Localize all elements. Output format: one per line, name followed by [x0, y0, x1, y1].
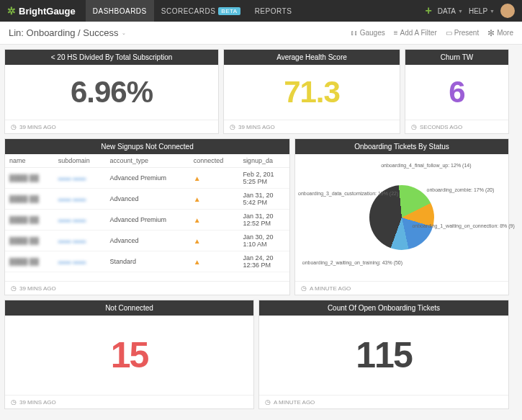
col-header[interactable]: name	[5, 154, 54, 168]
table-row[interactable]: ████ ██▬▬ ▬▬Advanced▲Jan 31, 205:42 PM	[5, 189, 289, 210]
metric-value: 6.96%	[71, 75, 153, 110]
pie-label: onboarding_zombie: 17% (20)	[427, 187, 495, 192]
signups-table: namesubdomainaccount_typeconnectedsignup…	[5, 154, 289, 272]
brand-logo[interactable]: ✲ BrightGauge	[7, 5, 76, 17]
clock-icon: ◷	[11, 285, 17, 292]
timestamp: 39 MINS AGO	[19, 399, 56, 406]
timestamp: A MINUTE AGO	[310, 285, 351, 292]
pie-label: onboarding_1_waiting_on_connection: 8% (…	[412, 223, 514, 228]
col-header[interactable]: account_type	[106, 154, 189, 168]
pie-label: onboarding_2_waiting_on_training: 43% (5…	[302, 260, 402, 265]
metric-value: 115	[356, 334, 411, 376]
gauges-link[interactable]: ⫾⫾Gauges	[351, 29, 385, 37]
metric-value: 71.3	[284, 75, 340, 110]
present-icon: ▭	[446, 29, 452, 37]
clock-icon: ◷	[265, 398, 271, 406]
beta-badge: BETA	[218, 7, 240, 15]
card-title: < 20 HS Divided By Total Subscription	[5, 50, 218, 65]
nav-right: + DATA▼ HELP▼	[425, 4, 515, 18]
more-link[interactable]: ✻More	[487, 28, 513, 38]
metric-value: 6	[449, 75, 464, 110]
pie-label: onboarding_4_final_follow_up: 12% (14)	[381, 163, 471, 168]
brand-icon: ✲	[7, 5, 16, 17]
gear-icon: ✻	[487, 28, 495, 38]
card-not-connected: Not Connected 15 ◷39 MINS AGO	[4, 300, 254, 409]
timestamp: SECONDS AGO	[420, 124, 462, 130]
card-hs-ratio: < 20 HS Divided By Total Subscription 6.…	[4, 49, 219, 134]
add-filter-link[interactable]: ≡Add A Filter	[394, 29, 437, 37]
sub-bar: Lin: Onboarding / Success ⌄ ⫾⫾Gauges ≡Ad…	[0, 22, 522, 45]
card-title: Churn TW	[405, 50, 508, 65]
col-header[interactable]: connected	[189, 154, 239, 168]
warning-icon: ▲	[194, 195, 201, 203]
timestamp: 39 MINS AGO	[238, 124, 275, 130]
clock-icon: ◷	[230, 123, 235, 130]
help-menu[interactable]: HELP▼	[469, 7, 495, 15]
warning-icon: ▲	[194, 174, 201, 182]
table-row[interactable]: ████ ██▬▬ ▬▬Advanced Premium▲Jan 31, 201…	[5, 210, 289, 231]
table-row[interactable]: ████ ██▬▬ ▬▬Advanced▲Jan 30, 201:10 AM	[5, 231, 289, 251]
data-menu[interactable]: DATA▼	[438, 7, 463, 15]
breadcrumb[interactable]: Lin: Onboarding / Success ⌄	[9, 27, 126, 38]
card-title: Count Of Open Onboarding Tickets	[259, 300, 508, 316]
table-row[interactable]: ████ ██▬▬ ▬▬Advanced Premium▲Feb 2, 2015…	[5, 168, 289, 189]
clock-icon: ◷	[411, 123, 417, 130]
card-pie: Onboarding Tickets By Status onboarding_…	[294, 138, 509, 295]
card-title: Average Health Score	[224, 50, 400, 65]
card-avg-health: Average Health Score 71.3 ◷39 MINS AGO	[223, 49, 400, 134]
sub-actions: ⫾⫾Gauges ≡Add A Filter ▭Present ✻More	[351, 28, 513, 38]
nav-items: DASHBOARDS SCORECARDS BETA REPORTS	[86, 0, 300, 22]
nav-reports[interactable]: REPORTS	[248, 0, 300, 22]
brand-text: BrightGauge	[19, 6, 76, 17]
pie-label: onboarding_3_data_customization: 19% (22…	[298, 191, 398, 196]
card-open-tickets: Count Of Open Onboarding Tickets 115 ◷A …	[258, 300, 509, 409]
clock-icon: ◷	[301, 285, 307, 292]
warning-icon: ▲	[194, 258, 201, 266]
card-title: New Signups Not Connected	[5, 139, 289, 154]
card-churn: Churn TW 6 ◷SECONDS AGO	[405, 49, 509, 134]
col-header[interactable]: signup_da	[238, 154, 289, 168]
nav-scorecards[interactable]: SCORECARDS BETA	[154, 0, 248, 22]
timestamp: A MINUTE AGO	[274, 399, 315, 406]
top-nav: ✲ BrightGauge DASHBOARDS SCORECARDS BETA…	[0, 0, 522, 22]
card-title: Onboarding Tickets By Status	[295, 139, 508, 154]
timestamp: 39 MINS AGO	[19, 124, 56, 130]
filter-icon: ≡	[394, 29, 398, 37]
card-signups-table: New Signups Not Connected namesubdomaina…	[4, 138, 290, 295]
present-link[interactable]: ▭Present	[446, 29, 479, 37]
nav-dashboards[interactable]: DASHBOARDS	[86, 0, 154, 22]
metric-value: 15	[111, 334, 148, 376]
add-button[interactable]: +	[425, 4, 431, 17]
chevron-down-icon: ⌄	[122, 30, 126, 36]
table-row[interactable]: ████ ██▬▬ ▬▬Standard▲Jan 24, 2012:36 PM	[5, 251, 289, 272]
chart-icon: ⫾⫾	[351, 29, 358, 37]
warning-icon: ▲	[194, 216, 201, 224]
timestamp: 39 MINS AGO	[19, 285, 56, 292]
clock-icon: ◷	[11, 123, 17, 130]
dashboard: < 20 HS Divided By Total Subscription 6.…	[0, 45, 522, 414]
pie-chart: onboarding_2_waiting_on_training: 43% (5…	[298, 157, 505, 278]
col-header[interactable]: subdomain	[54, 154, 106, 168]
warning-icon: ▲	[194, 237, 201, 245]
avatar[interactable]	[500, 4, 515, 18]
clock-icon: ◷	[11, 398, 17, 406]
card-title: Not Connected	[5, 300, 253, 316]
